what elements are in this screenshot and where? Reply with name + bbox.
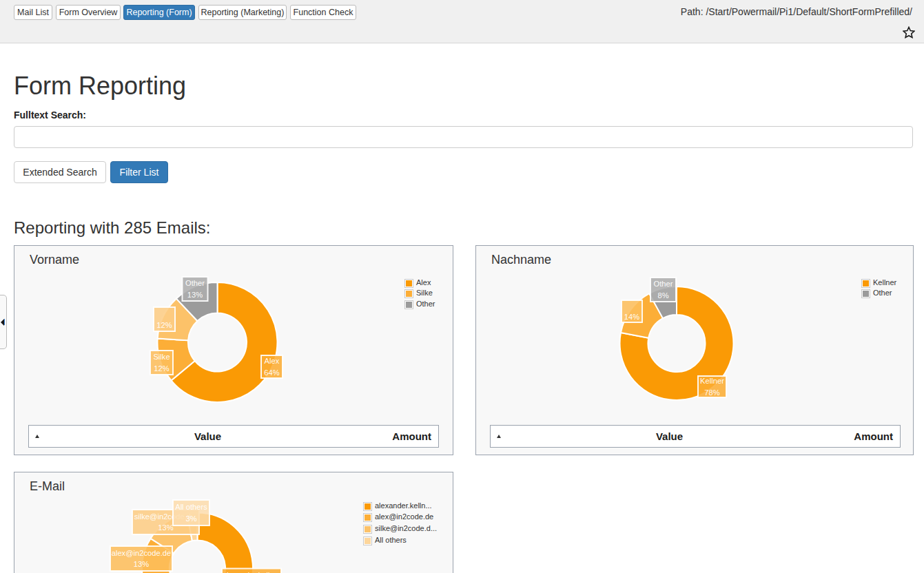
svg-text:Silke: Silke <box>153 353 170 361</box>
svg-text:All others: All others <box>175 503 207 511</box>
svg-text:Other: Other <box>654 280 673 288</box>
svg-text:12%: 12% <box>156 321 172 329</box>
svg-text:Kellner: Kellner <box>700 377 724 385</box>
svg-text:78%: 78% <box>704 388 719 397</box>
svg-text:12%: 12% <box>154 364 169 373</box>
svg-text:13%: 13% <box>158 523 173 532</box>
svg-text:64%: 64% <box>264 368 279 377</box>
svg-text:alex@in2code.de: alex@in2code.de <box>112 549 172 557</box>
svg-text:8%: 8% <box>657 291 668 300</box>
svg-text:3%: 3% <box>185 514 196 523</box>
svg-text:13%: 13% <box>187 291 203 299</box>
svg-text:Alex: Alex <box>265 357 280 365</box>
svg-text:Other: Other <box>185 279 205 287</box>
svg-text:13%: 13% <box>134 560 149 568</box>
svg-text:14%: 14% <box>624 313 639 321</box>
